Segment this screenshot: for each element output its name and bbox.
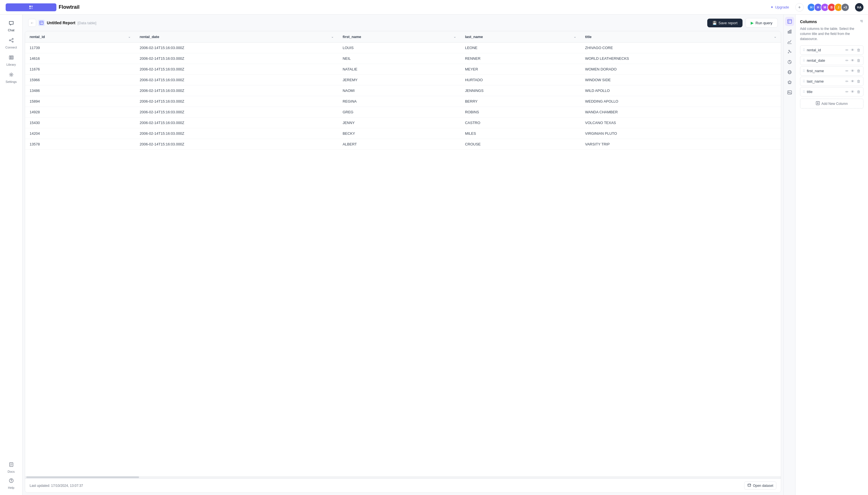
sort-icon-first-name: ⌄ — [454, 35, 456, 39]
viz-tab-radar[interactable] — [785, 78, 794, 87]
connect-label: Connect — [5, 46, 17, 49]
sidebar-item-connect[interactable]: Connect — [2, 35, 21, 51]
drag-handle[interactable]: ⠿ — [803, 58, 805, 63]
viz-tab-pie[interactable] — [785, 57, 794, 67]
nav-bottom: Docs Help — [2, 460, 21, 492]
column-name: rental_id — [807, 48, 843, 52]
save-report-button[interactable]: 💾 Save report — [707, 19, 743, 27]
last-updated-text: Last updated: 17/10/2024, 13:07:37 — [30, 484, 83, 488]
save-label: Save report — [718, 21, 737, 25]
delete-column-button[interactable]: 🗑 — [856, 68, 861, 73]
col-header-first-name[interactable]: first_name ⌄ — [338, 31, 460, 42]
table-row: 159662006-02-14T15:16:03.000ZJEREMYHURTA… — [25, 75, 781, 85]
col-header-rental-id[interactable]: rental_id ⌄ — [25, 31, 135, 42]
visibility-column-button[interactable]: 👁 — [850, 48, 855, 52]
edit-column-button[interactable]: ✏ — [845, 58, 849, 63]
upgrade-button[interactable]: ✦ Upgrade — [768, 3, 792, 11]
table-footer: Last updated: 17/10/2024, 13:07:37 Open … — [25, 478, 781, 493]
cell-rental_date: 2006-02-14T15:16:03.000Z — [135, 96, 338, 107]
viz-tabs — [784, 15, 796, 495]
cell-rental_id: 14616 — [25, 53, 135, 64]
svg-rect-19 — [790, 30, 791, 33]
cell-first_name: REGINA — [338, 96, 460, 107]
viz-tab-image[interactable] — [785, 88, 794, 97]
table-row: 116762006-02-14T15:16:03.000ZNATALIEMEYE… — [25, 64, 781, 75]
sidebar-item-library[interactable]: Library — [2, 52, 21, 68]
cell-first_name: ALBERT — [338, 139, 460, 150]
sidebar-item-docs[interactable]: Docs — [2, 460, 21, 476]
table-row: 135782006-02-14T15:16:03.000ZALBERTCROUS… — [25, 139, 781, 150]
sidebar-item-help[interactable]: Help — [2, 476, 21, 492]
run-icon: ▶ — [751, 21, 754, 25]
cell-title: VIRGINIAN PLUTO — [581, 128, 781, 139]
logo-icon — [6, 3, 56, 11]
svg-rect-1 — [31, 6, 33, 7]
delete-column-button[interactable]: 🗑 — [856, 58, 861, 63]
open-dataset-icon — [747, 483, 751, 488]
columns-panel-header: Columns — [800, 19, 864, 24]
cell-last_name: HURTADO — [460, 75, 581, 85]
drag-handle[interactable]: ⠿ — [803, 48, 805, 52]
svg-point-23 — [788, 50, 789, 51]
right-panel: Columns Add columns to the table. Select… — [783, 15, 868, 495]
library-label: Library — [6, 63, 16, 66]
delete-column-button[interactable]: 🗑 — [856, 79, 861, 84]
svg-rect-3 — [31, 7, 33, 9]
horizontal-scrollbar[interactable] — [25, 476, 781, 478]
cell-last_name: RENNER — [460, 53, 581, 64]
run-query-button[interactable]: ▶ Run query — [745, 18, 778, 28]
visibility-column-button[interactable]: 👁 — [850, 79, 855, 84]
svg-rect-17 — [788, 31, 789, 33]
add-column-label: Add New Column — [821, 102, 848, 106]
cell-rental_id: 14204 — [25, 128, 135, 139]
sidebar-item-settings[interactable]: Settings — [2, 70, 21, 86]
viz-tab-bar[interactable] — [785, 27, 794, 36]
table-row: 142042006-02-14T15:16:03.000ZBECKYMILESV… — [25, 128, 781, 139]
edit-column-button[interactable]: ✏ — [845, 79, 849, 84]
cell-rental_date: 2006-02-14T15:16:03.000Z — [135, 118, 338, 128]
app-name: Flowtrail — [59, 4, 80, 10]
run-label: Run query — [755, 21, 772, 25]
edit-column-button[interactable]: ✏ — [845, 48, 849, 52]
cell-title: WILD APOLLO — [581, 85, 781, 96]
viz-tab-globe[interactable] — [785, 68, 794, 77]
scrollbar-thumb[interactable] — [26, 476, 139, 478]
cell-last_name: LEONE — [460, 42, 581, 53]
open-dataset-button[interactable]: Open dataset — [744, 481, 776, 490]
settings-label: Settings — [6, 80, 17, 83]
viz-tab-scatter[interactable] — [785, 47, 794, 56]
drag-handle[interactable]: ⠿ — [803, 69, 805, 73]
delete-column-button[interactable]: 🗑 — [856, 89, 861, 94]
upgrade-icon: ✦ — [770, 5, 773, 9]
drag-handle[interactable]: ⠿ — [803, 80, 805, 83]
edit-column-button[interactable]: ✏ — [845, 89, 849, 94]
drag-handle[interactable]: ⠿ — [803, 90, 805, 94]
table-head: rental_id ⌄ rental_date ⌄ — [25, 31, 781, 42]
column-item: ⠿ first_name ✏ 👁 🗑 — [800, 66, 864, 75]
visibility-column-button[interactable]: 👁 — [850, 58, 855, 63]
cell-rental_id: 14928 — [25, 107, 135, 118]
topbar: Flowtrail ✦ Upgrade + H H M B J +3 HA — [0, 0, 868, 15]
sidebar-item-chat[interactable]: Chat — [2, 18, 21, 34]
collapse-panel-button[interactable] — [860, 19, 864, 24]
svg-point-20 — [788, 52, 789, 53]
column-actions: ✏ 👁 🗑 — [845, 68, 861, 73]
svg-rect-29 — [788, 91, 792, 94]
col-header-rental-date[interactable]: rental_date ⌄ — [135, 31, 338, 42]
viz-tab-table[interactable] — [785, 17, 794, 26]
back-button[interactable]: ← — [28, 19, 36, 27]
user-avatar[interactable]: HA — [855, 3, 864, 12]
delete-column-button[interactable]: 🗑 — [856, 48, 861, 52]
add-new-column-button[interactable]: Add New Column — [800, 99, 864, 108]
table-scroll[interactable]: rental_id ⌄ rental_date ⌄ — [25, 31, 781, 476]
add-button[interactable]: + — [795, 3, 804, 12]
visibility-column-button[interactable]: 👁 — [850, 89, 855, 94]
col-header-title[interactable]: title ⌄ — [581, 31, 781, 42]
edit-column-button[interactable]: ✏ — [845, 68, 849, 73]
cell-rental_date: 2006-02-14T15:16:03.000Z — [135, 53, 338, 64]
viz-tab-line[interactable] — [785, 37, 794, 46]
col-header-last-name[interactable]: last_name ⌄ — [460, 31, 581, 42]
report-tag: [Data table] — [78, 21, 97, 25]
svg-point-15 — [748, 484, 751, 485]
visibility-column-button[interactable]: 👁 — [850, 68, 855, 73]
